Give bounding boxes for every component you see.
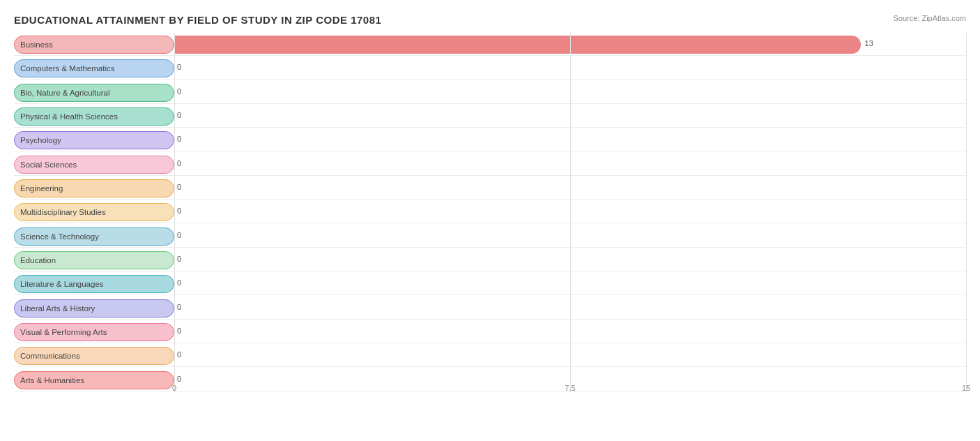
bar-label-pill: Psychology [14, 131, 174, 149]
bar-value-label: 0 [177, 183, 181, 191]
bar-row: Bio, Nature & Agricultural0 [14, 82, 966, 104]
bar-label-pill: Science & Technology [14, 227, 174, 246]
bar-row: Science & Technology0 [14, 225, 966, 248]
bar-value-label: 0 [177, 207, 181, 215]
chart-container: EDUCATIONAL ATTAINMENT BY FIELD OF STUDY… [0, 0, 980, 441]
bar-value-label: 0 [177, 327, 181, 335]
bar-row: Arts & Humanities0 [14, 369, 966, 391]
bar-row: Psychology0 [14, 129, 966, 151]
bar-value-label: 0 [177, 350, 181, 359]
bar-label-pill: Education [14, 251, 174, 269]
bar-value-label: 0 [177, 231, 181, 239]
bar-row: Social Sciences0 [14, 154, 966, 176]
bar-label-pill: Social Sciences [14, 156, 174, 174]
chart-area: Business13Computers & Mathematics0Bio, N… [14, 33, 966, 413]
bar-row: Visual & Performing Arts0 [14, 321, 966, 343]
bar-label-pill: Visual & Performing Arts [14, 323, 174, 341]
bar-value-label: 0 [177, 135, 181, 143]
bar-row: Communications0 [14, 345, 966, 367]
bar-row: Multidisciplinary Studies0 [14, 201, 966, 223]
bar-value-label: 0 [177, 375, 181, 383]
bar-label-pill: Literature & Languages [14, 275, 174, 293]
bar-label-pill: Bio, Nature & Agricultural [14, 84, 174, 102]
bar-label-pill: Engineering [14, 179, 174, 197]
bar-label-pill: Liberal Arts & History [14, 299, 174, 317]
bar-value-label: 0 [177, 255, 181, 263]
bar-label-pill: Communications [14, 347, 174, 365]
bar-row: Business13 [14, 33, 966, 56]
bar-row: Literature & Languages0 [14, 273, 966, 295]
bar-fill [174, 36, 861, 54]
bar-value-label: 13 [865, 39, 873, 47]
bar-value-label: 0 [177, 63, 181, 71]
bar-label-pill: Computers & Mathematics [14, 59, 174, 77]
bar-value-label: 0 [177, 159, 181, 167]
chart-source: Source: ZipAtlas.com [893, 14, 966, 22]
bar-row: Computers & Mathematics0 [14, 57, 966, 80]
bar-value-label: 0 [177, 111, 181, 119]
bar-label-pill: Physical & Health Sciences [14, 107, 174, 126]
bar-row: Physical & Health Sciences0 [14, 105, 966, 128]
bar-row: Liberal Arts & History0 [14, 297, 966, 320]
chart-title: EDUCATIONAL ATTAINMENT BY FIELD OF STUDY… [14, 14, 966, 26]
bar-label-pill: Business [14, 36, 174, 54]
bar-label-pill: Arts & Humanities [14, 371, 174, 389]
bar-value-label: 0 [177, 278, 181, 287]
bar-label-pill: Multidisciplinary Studies [14, 203, 174, 221]
bar-row: Education0 [14, 249, 966, 271]
grid-line [966, 33, 967, 392]
bars-wrapper: Business13Computers & Mathematics0Bio, N… [14, 33, 966, 392]
bar-value-label: 0 [177, 87, 181, 96]
bar-value-label: 0 [177, 303, 181, 311]
bar-row: Engineering0 [14, 177, 966, 200]
